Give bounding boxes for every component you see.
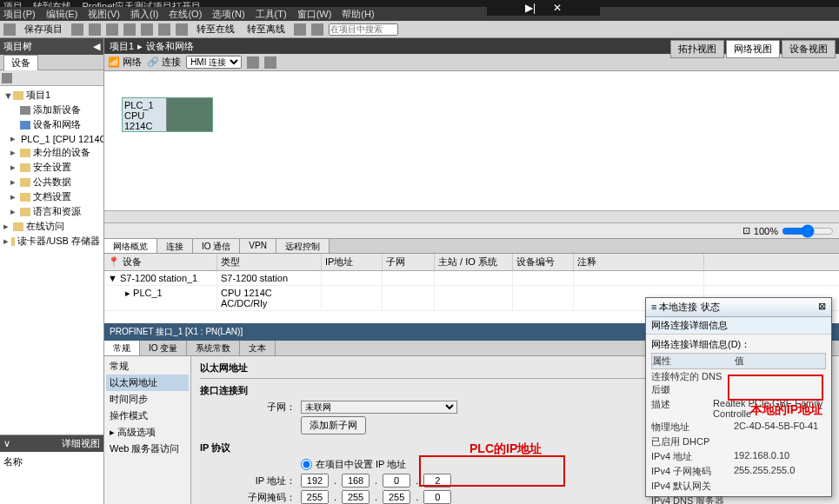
paste-icon[interactable]: [123, 23, 136, 36]
popup-row: 物理地址2C-4D-54-5B-F0-41: [651, 420, 826, 434]
mask-4[interactable]: [423, 490, 451, 504]
table-row[interactable]: ▼ S7-1200 station_1 S7-1200 station: [104, 271, 839, 286]
tree-item[interactable]: ▼项目1: [2, 88, 102, 103]
download-icon[interactable]: [176, 23, 188, 36]
play-icon[interactable]: ▶|: [525, 2, 536, 14]
radio-set-ip[interactable]: [301, 459, 312, 470]
gh-subnet[interactable]: 子网: [383, 254, 435, 270]
btab-overview[interactable]: 网络概览: [104, 239, 157, 253]
tree-item[interactable]: ▸读卡器/USB 存储器: [2, 234, 102, 249]
tool-icon[interactable]: [294, 23, 306, 36]
network-canvas[interactable]: PLC_1 CPU 1214C: [104, 71, 839, 210]
menu-options[interactable]: 选项(N): [212, 8, 244, 20]
gh-master[interactable]: 主站 / IO 系统: [435, 254, 513, 270]
connect-button[interactable]: 🔗 连接: [147, 56, 181, 69]
menu-window[interactable]: 窗口(W): [297, 8, 332, 20]
mask-1[interactable]: [301, 490, 329, 504]
menu-project[interactable]: 项目(P): [3, 8, 36, 20]
search-input[interactable]: [329, 23, 398, 36]
collapse-icon[interactable]: ◀: [93, 41, 100, 52]
popup-col2: 值: [735, 355, 744, 368]
tree-item[interactable]: ▸文档设置: [2, 189, 102, 204]
menu-tools[interactable]: 工具(T): [256, 8, 287, 20]
tab-topology[interactable]: 拓扑视图: [670, 40, 724, 58]
menu-online[interactable]: 在线(O): [169, 8, 202, 20]
tree-item[interactable]: ▸安全设置: [2, 160, 102, 175]
btab-connect[interactable]: 连接: [157, 239, 193, 253]
popup-subtitle: 网络连接详细信息: [646, 317, 831, 335]
nav-general[interactable]: 常规: [106, 358, 189, 375]
undo-icon[interactable]: [141, 23, 153, 36]
gooffline-button[interactable]: 转至离线: [243, 22, 289, 36]
gh-type[interactable]: 类型: [217, 254, 322, 270]
gh-devno[interactable]: 设备编号: [513, 254, 574, 270]
gh-comment[interactable]: 注释: [574, 254, 704, 270]
popup-row: IPv4 DNS 服务器: [651, 494, 826, 504]
menu-help[interactable]: 帮助(H): [342, 8, 374, 20]
nav-advanced[interactable]: ▸ 高级选项: [106, 424, 189, 441]
tab-network[interactable]: 网络视图: [726, 40, 780, 58]
tree-item[interactable]: 设备和网络: [2, 117, 102, 132]
tab-devices[interactable]: 设备: [3, 55, 38, 70]
close-icon[interactable]: ✕: [553, 2, 562, 14]
project-tree-header: 项目树◀: [0, 38, 103, 55]
ip-4[interactable]: [423, 474, 451, 487]
gh-device[interactable]: 📍 设备: [104, 254, 217, 270]
subnet-label: 子网：: [200, 401, 296, 414]
menu-edit[interactable]: 编辑(E): [46, 8, 78, 20]
ptab-text[interactable]: 文本: [240, 341, 276, 355]
print-icon[interactable]: [71, 23, 83, 36]
tab-device[interactable]: 设备视图: [782, 40, 836, 58]
ptab-const[interactable]: 系统常数: [187, 341, 240, 355]
mask-3[interactable]: [383, 490, 410, 504]
project-tree-panel: 项目树◀ 设备 ▼项目1添加新设备设备和网络▸PLC_1 [CPU 1214C …: [0, 38, 104, 504]
subnet-select[interactable]: 未联网: [301, 401, 457, 414]
zoom-fit-icon[interactable]: ⊡: [742, 225, 750, 236]
vt-icon1[interactable]: [247, 56, 259, 69]
popup-heading: 网络连接详细信息(D)：: [651, 338, 826, 351]
btab-remote[interactable]: 远程控制: [276, 239, 330, 253]
popup-row: IPv4 地址192.168.0.10: [651, 449, 826, 464]
network-button[interactable]: 📶 网络: [108, 56, 142, 69]
btab-io[interactable]: IO 通信: [193, 239, 240, 253]
tree-item[interactable]: ▸PLC_1 [CPU 1214C A...: [2, 132, 102, 145]
new-icon[interactable]: [3, 23, 16, 36]
menu-view[interactable]: 视图(V): [88, 8, 120, 20]
ip-1[interactable]: [301, 474, 329, 487]
nav-opmode[interactable]: 操作模式: [106, 408, 189, 424]
gh-ip[interactable]: IP地址: [322, 254, 383, 270]
radio-set-ip-label: 在项目中设置 IP 地址: [316, 458, 406, 471]
grid-header: 📍 设备 类型 IP地址 子网 主站 / IO 系统 设备编号 注释: [104, 254, 839, 271]
tree-item[interactable]: ▸语言和资源: [2, 204, 102, 219]
tree-item[interactable]: 添加新设备: [2, 103, 102, 117]
tree-item[interactable]: ▸公共数据: [2, 175, 102, 189]
mask-2[interactable]: [342, 490, 370, 504]
prop-nav: 常规 以太网地址 时间同步 操作模式 ▸ 高级选项 Web 服务器访问: [104, 356, 191, 504]
menu-insert[interactable]: 插入(I): [130, 8, 158, 20]
save-button[interactable]: 保存项目: [21, 22, 66, 36]
cut-icon[interactable]: [89, 23, 101, 36]
copy-icon[interactable]: [106, 23, 118, 36]
ip-3[interactable]: [383, 474, 410, 487]
hmi-select[interactable]: HMI 连接: [186, 56, 242, 69]
goonline-button[interactable]: 转至在线: [193, 22, 238, 36]
tool2-icon[interactable]: [311, 23, 323, 36]
ip-2[interactable]: [342, 474, 370, 487]
ptab-general[interactable]: 常规: [104, 341, 140, 355]
tree-tool-icon[interactable]: [2, 73, 12, 83]
h-scrollbar[interactable]: [104, 210, 839, 222]
plc-device-box[interactable]: PLC_1 CPU 1214C: [122, 97, 213, 132]
ptab-iovar[interactable]: IO 变量: [140, 341, 187, 355]
zoom-slider[interactable]: [782, 224, 834, 238]
btab-vpn[interactable]: VPN: [240, 239, 276, 253]
nav-ethernet[interactable]: 以太网地址: [106, 375, 189, 391]
tree-item[interactable]: ▸在线访问: [2, 219, 102, 234]
tree-item[interactable]: ▸未分组的设备: [2, 145, 102, 160]
add-subnet-button[interactable]: 添加新子网: [301, 416, 366, 434]
mask-label: 子网掩码：: [200, 491, 296, 504]
redo-icon[interactable]: [158, 23, 170, 36]
popup-close-icon[interactable]: ⊠: [818, 301, 826, 314]
vt-icon2[interactable]: [264, 56, 276, 69]
nav-timesync[interactable]: 时间同步: [106, 391, 189, 408]
nav-webserver[interactable]: Web 服务器访问: [106, 441, 189, 457]
